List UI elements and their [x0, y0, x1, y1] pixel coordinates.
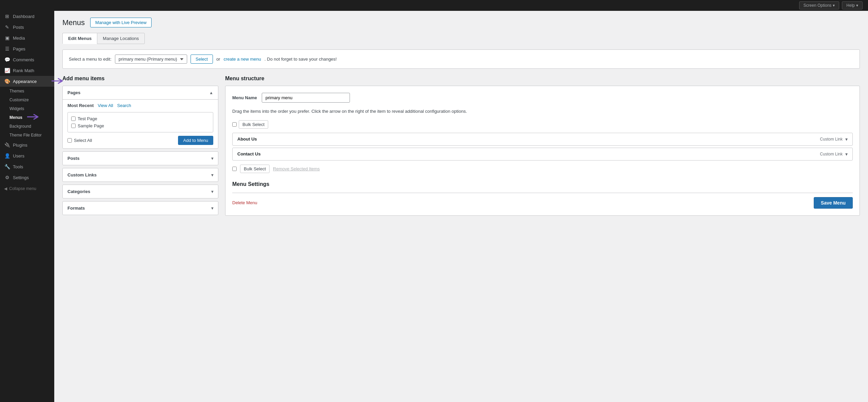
sidebar-item-plugins[interactable]: 🔌 Plugins: [0, 140, 54, 150]
categories-accordion-header[interactable]: Categories ▾: [63, 185, 218, 198]
add-menu-items-column: Add menu items Pages ▲ Most Recent: [62, 76, 218, 218]
screen-options-button[interactable]: Screen Options ▾: [799, 1, 840, 9]
sidebar-item-appearance[interactable]: 🎨 Appearance: [0, 76, 54, 87]
select-all-checkbox[interactable]: [67, 138, 72, 143]
users-icon: 👤: [4, 153, 10, 158]
bulk-select-bottom-label[interactable]: Bulk Select: [240, 165, 270, 173]
help-label: Help: [846, 3, 855, 8]
posts-accordion: Posts ▾: [62, 151, 218, 165]
sidebar: ⊞ Dashboard ✎ Posts ▣ Media ☰ Pages 💬 Co…: [0, 11, 54, 402]
tab-manage-locations[interactable]: Manage Locations: [97, 33, 144, 44]
categories-accordion: Categories ▾: [62, 185, 218, 198]
list-item[interactable]: Sample Page: [71, 122, 210, 129]
sample-page-checkbox[interactable]: [71, 124, 76, 128]
menu-item-right: Custom Link ▾: [820, 151, 848, 157]
sidebar-item-settings[interactable]: ⚙ Settings: [0, 172, 54, 183]
sidebar-sub-item-theme-file-editor[interactable]: Theme File Editor: [0, 131, 54, 140]
after-text: . Do not forget to save your changes!: [264, 57, 337, 62]
chevron-down-icon[interactable]: ▾: [845, 151, 848, 157]
bulk-select-bottom: Bulk Select Remove Selected Items: [232, 165, 853, 173]
menu-item-type: Custom Link: [820, 152, 843, 156]
sidebar-item-tools[interactable]: 🔧 Tools: [0, 161, 54, 172]
sidebar-item-label: Plugins: [13, 143, 27, 148]
list-item[interactable]: Test Page: [71, 115, 210, 122]
accordion-footer: Select All Add to Menu: [67, 136, 213, 145]
menu-name-input[interactable]: [262, 93, 350, 103]
menu-item-label: Contact Us: [237, 151, 261, 156]
media-icon: ▣: [4, 35, 10, 41]
sidebar-item-posts[interactable]: ✎ Posts: [0, 22, 54, 33]
tab-search[interactable]: Search: [117, 103, 131, 108]
chevron-down-icon: ▾: [211, 206, 213, 211]
sidebar-item-label: Posts: [13, 25, 24, 30]
settings-icon: ⚙: [4, 175, 10, 180]
select-btn-label: Select: [196, 57, 208, 62]
sidebar-sub-item-customize[interactable]: Customize: [0, 96, 54, 104]
plugins-icon: 🔌: [4, 142, 10, 148]
bulk-select-bottom-checkbox[interactable]: [232, 167, 237, 171]
pages-accordion-label: Pages: [67, 90, 80, 95]
sidebar-sub-label: Customize: [9, 98, 29, 102]
sidebar-item-media[interactable]: ▣ Media: [0, 33, 54, 43]
dropdown-icon: ▾: [833, 3, 835, 8]
menu-item-label: About Us: [237, 136, 257, 142]
chevron-down-icon[interactable]: ▾: [845, 136, 848, 142]
create-link-text: create a new menu: [223, 57, 261, 62]
menu-name-row: Menu Name: [232, 93, 853, 103]
tabs: Edit Menus Manage Locations: [62, 33, 860, 44]
comments-icon: 💬: [4, 57, 10, 62]
tab-label: Search: [117, 103, 131, 108]
custom-links-accordion-header[interactable]: Custom Links ▾: [63, 168, 218, 182]
sidebar-sub-label: Menus: [9, 115, 22, 120]
tab-edit-menus[interactable]: Edit Menus: [62, 33, 97, 44]
select-all-label[interactable]: Select All: [67, 138, 92, 143]
delete-menu-link[interactable]: Delete Menu: [232, 200, 257, 205]
sidebar-sub-item-menus[interactable]: Menus: [0, 113, 54, 122]
menu-actions: Delete Menu Save Menu: [232, 193, 853, 209]
sidebar-sub-item-themes[interactable]: Themes: [0, 87, 54, 96]
sidebar-item-label: Comments: [13, 57, 34, 62]
pages-accordion-header[interactable]: Pages ▲: [63, 86, 218, 99]
page-item-label: Sample Page: [78, 123, 104, 128]
menu-select[interactable]: primary menu (Primary menu): [115, 55, 187, 64]
sidebar-item-pages[interactable]: ☰ Pages: [0, 43, 54, 54]
menu-name-label: Menu Name: [232, 95, 257, 100]
posts-accordion-header[interactable]: Posts ▾: [63, 152, 218, 165]
tab-most-recent[interactable]: Most Recent: [67, 103, 94, 108]
menu-item-about-us: About Us Custom Link ▾: [232, 133, 853, 146]
sidebar-sub-item-background[interactable]: Background: [0, 122, 54, 131]
live-preview-button[interactable]: Manage with Live Preview: [90, 18, 152, 27]
tab-view-all[interactable]: View All: [98, 103, 113, 108]
chevron-up-icon: ▲: [209, 90, 213, 95]
help-button[interactable]: Help ▾: [842, 1, 863, 9]
sidebar-item-rank-math[interactable]: 📈 Rank Math: [0, 65, 54, 76]
add-to-menu-button[interactable]: Add to Menu: [178, 136, 213, 145]
sidebar-item-label: Dashboard: [13, 14, 35, 19]
appearance-icon: 🎨: [4, 79, 10, 84]
sidebar-sub-item-widgets[interactable]: Widgets: [0, 104, 54, 113]
menu-structure-title: Menu structure: [225, 76, 860, 82]
bulk-select-top-checkbox[interactable]: [232, 122, 237, 127]
sidebar-item-dashboard[interactable]: ⊞ Dashboard: [0, 11, 54, 22]
screen-options-label: Screen Options: [804, 3, 832, 8]
sidebar-item-users[interactable]: 👤 Users: [0, 150, 54, 161]
bulk-select-text: Bulk Select: [242, 122, 264, 127]
sidebar-item-label: Appearance: [13, 79, 37, 84]
menu-settings-section: Menu Settings: [232, 181, 853, 187]
bulk-select-bottom-text: Bulk Select: [244, 166, 266, 171]
tab-label: Most Recent: [67, 103, 94, 108]
formats-accordion-header[interactable]: Formats ▾: [63, 202, 218, 215]
select-button[interactable]: Select: [191, 55, 213, 64]
test-page-checkbox[interactable]: [71, 117, 76, 121]
sidebar-item-label: Settings: [13, 175, 29, 180]
posts-accordion-label: Posts: [67, 156, 79, 161]
categories-accordion-label: Categories: [67, 189, 90, 194]
create-new-menu-link[interactable]: create a new menu: [223, 57, 261, 62]
save-menu-button[interactable]: Save Menu: [814, 197, 853, 209]
remove-selected-link[interactable]: Remove Selected Items: [273, 166, 320, 171]
sidebar-item-comments[interactable]: 💬 Comments: [0, 54, 54, 65]
collapse-label: Collapse menu: [9, 186, 36, 191]
select-menu-bar: Select a menu to edit: primary menu (Pri…: [62, 49, 860, 69]
bulk-select-top-label[interactable]: Bulk Select: [239, 120, 268, 129]
collapse-menu[interactable]: ◀ Collapse menu: [0, 183, 54, 194]
